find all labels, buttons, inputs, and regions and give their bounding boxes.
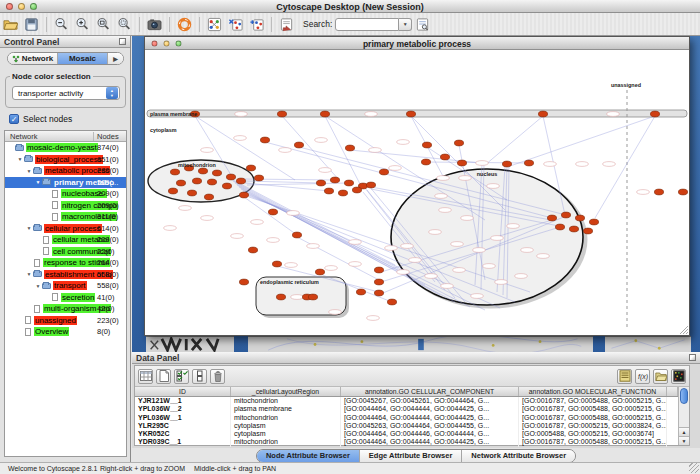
select-attributes-icon [176,370,188,382]
tree-row[interactable]: unassigned223(0) [5,315,126,327]
tab-mosaic[interactable]: Mosaic [58,53,108,64]
tree-row[interactable]: nitrogen compo209(0) [5,200,126,212]
search-dropdown-button[interactable]: ▼ [399,18,412,31]
tree-row[interactable]: cellular metabol209(0) [5,234,126,246]
toolbar-separator [139,17,140,32]
formula-icon: f(x) [637,370,649,382]
network-window-titlebar[interactable]: primary metabolic process [145,37,689,50]
tree-row[interactable]: secretion41(0) [5,292,126,304]
tree-row[interactable]: response to stimul264(0) [5,257,126,269]
delete-attribute-button[interactable] [210,369,225,384]
scrollbar-thumb[interactable] [680,388,688,404]
zoom-fit-button[interactable] [116,16,133,33]
float-panel-icon[interactable] [119,38,126,45]
create-network-button[interactable] [248,16,265,33]
table-row[interactable]: YLR295Ccytoplasm[GO:0045263, GO:0044464,… [135,422,689,430]
table-row[interactable]: YPL036W__1mitochondrion[GO:0044464, GO:0… [135,414,689,422]
tree-node-count: 651(0) [97,155,119,164]
table-cell: YPL036W__2 [135,405,231,413]
matrix-button[interactable] [671,369,686,384]
tree-row[interactable]: macromolecule311(0) [5,211,126,223]
tree-row[interactable]: ▼transport558(0) [5,280,126,292]
table-cell: [GO:0016787, GO:0005488, GO:0005215, G..… [519,397,667,405]
resize-grip[interactable] [689,463,699,473]
tree-indent [5,147,7,148]
tree-row[interactable]: ▼cellular process614(0) [5,223,126,235]
expand-arrow[interactable]: ▼ [25,271,33,277]
tree-column-network: Network [10,132,38,141]
zoom-out-button[interactable] [53,16,70,33]
tree-node-count: 22(0) [97,247,115,256]
expand-arrow[interactable]: ▼ [25,168,33,174]
expand-arrow[interactable]: ▼ [25,225,33,231]
table-column-header[interactable]: ID [135,387,231,396]
attribute-browser-tab-strip: Node Attribute BrowserEdge Attribute Bro… [132,448,700,462]
select-nodes-checkbox[interactable]: ✓ [9,114,19,124]
tree-row[interactable]: mosaic-demo-yeast874(0) [5,142,126,154]
tab-network-label: Network [22,54,54,63]
table-row[interactable]: YKR052Ccytoplasm[GO:0044464, GO:0044446,… [135,430,689,438]
network-canvas[interactable]: plasma membranecytoplasmmitochondrionnuc… [145,50,689,335]
import-attributes-button[interactable] [653,369,668,384]
network-overview-button[interactable] [206,16,223,33]
expand-arrow[interactable]: ▼ [16,156,24,162]
status-message: Right-click + drag to ZOOM [100,465,185,472]
window-titlebar[interactable]: Cytoscape Desktop (New Session) [0,0,700,13]
network-view-window[interactable]: primary metabolic process plasma membran… [144,36,690,336]
table-column-header[interactable]: annotation.GO CELLULAR_COMPONENT [341,387,519,396]
table-row[interactable]: YDR039C__1mitochondrion[GO:0044464, GO:0… [135,438,689,446]
table-row[interactable]: YJR121W__1mitochondrion[GO:0045267, GO:0… [135,397,689,405]
table-header-row[interactable]: ID_cellularLayoutRegionannotation.GO CEL… [135,387,689,397]
tree-row[interactable]: multi-organism pro42(0) [5,303,126,315]
folder-icon [24,156,33,162]
formula-button[interactable]: f(x) [635,369,650,384]
destroy-network-button[interactable] [227,16,244,33]
attribute-list-button[interactable] [617,369,632,384]
table-column-header[interactable]: _cellularLayoutRegion [231,387,341,396]
tree-row[interactable]: ▼primary metabo209(... [5,177,126,189]
save-button[interactable] [23,16,40,33]
data-panel-toolbar: f(x) [135,366,689,387]
tab-network[interactable]: Network [8,53,58,64]
expand-arrow[interactable]: ▼ [34,283,42,289]
tree-row[interactable]: ▼metabolic process280(0) [5,165,126,177]
table-column-header[interactable]: annotation.GO MOLECULAR_FUNCTION [519,387,667,396]
help-button[interactable] [176,16,193,33]
folder-icon [42,283,51,289]
tree-row[interactable]: ▼establishment of lo558(0) [5,269,126,281]
attribute-table-button[interactable] [138,369,153,384]
zoom-region-button[interactable] [95,16,112,33]
open-file-button[interactable] [2,16,19,33]
attribute-list-icon [619,370,631,382]
unselect-attributes-button[interactable] [192,369,207,384]
tree-row[interactable]: ▼biological_process651(0) [5,154,126,166]
zoom-in-button[interactable] [74,16,91,33]
select-attributes-button[interactable] [174,369,189,384]
expand-arrow[interactable]: ▼ [34,179,42,185]
tab-node-attribute-browser[interactable]: Node Attribute Browser [257,450,360,462]
scroll-down-arrow[interactable]: ▼ [679,436,689,445]
float-panel-icon[interactable] [689,354,696,361]
tree-row[interactable]: cell communicat22(0) [5,246,126,258]
vizmap-button[interactable] [278,16,295,33]
svg-text:f(x): f(x) [638,373,648,381]
camera-snapshot-icon [147,17,162,32]
table-scrollbar[interactable]: ▲ ▼ [678,387,689,445]
scroll-up-arrow[interactable]: ▲ [679,427,689,436]
tab-overflow-button[interactable]: ▶ [108,53,123,64]
table-column-header[interactable] [667,387,678,396]
search-options-button[interactable] [414,16,431,33]
search-input[interactable] [335,18,399,31]
tree-row[interactable]: Overview8(0) [5,326,126,338]
attribute-table[interactable]: ID_cellularLayoutRegionannotation.GO CEL… [135,387,689,445]
table-row[interactable]: YPL036W__2plasma membrane[GO:0044464, GO… [135,405,689,413]
snapshot-button[interactable] [146,16,163,33]
region-label: endoplasmic reticulum [260,279,319,285]
tree-row[interactable]: nucleobase-209(0) [5,188,126,200]
tab-network-attribute-browser[interactable]: Network Attribute Browser [462,450,575,462]
tree-header[interactable]: Network Nodes [5,131,126,142]
new-attribute-button[interactable] [156,369,171,384]
network-canvas-svg[interactable]: plasma membranecytoplasmmitochondrionnuc… [145,50,689,335]
tab-edge-attribute-browser[interactable]: Edge Attribute Browser [360,450,462,462]
node-color-dropdown[interactable]: transporter activity ▴▾ [12,86,120,100]
